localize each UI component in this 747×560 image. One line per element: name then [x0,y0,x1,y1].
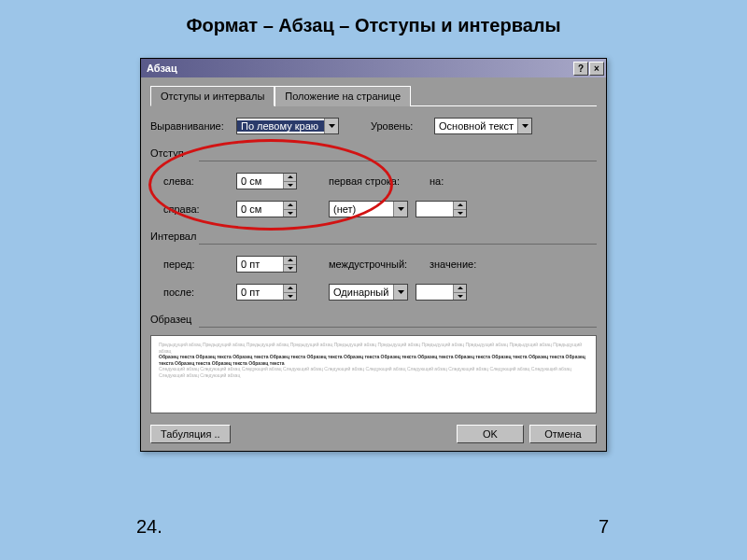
at-label: значение: [430,259,482,270]
preview-pane: Предыдущий абзац Предыдущий абзац Предыд… [150,335,597,413]
dialog-body: Отступы и интервалы Положение на страниц… [141,77,606,451]
at-value [416,285,453,300]
by-value [416,202,453,217]
after-label: после: [150,287,236,298]
preview-label: Образец [150,314,597,325]
chevron-up-icon[interactable] [283,285,296,293]
alignment-value: По левому краю [237,120,324,132]
linespacing-dropdown[interactable]: Одинарный [329,284,408,301]
close-button[interactable]: × [589,62,604,76]
by-label: на: [430,175,465,187]
chevron-down-icon [517,119,531,133]
chevron-down-icon[interactable] [283,210,296,217]
linespacing-value: Одинарный [330,287,393,298]
indent-left-value: 0 см [237,174,283,189]
linespacing-label: междустрочный: [329,259,422,270]
preview-next-text: Следующий абзац Следующий абзац Следующи… [159,366,588,378]
firstline-value: (нет) [330,203,393,215]
before-label: перед: [150,259,236,270]
tabulation-button[interactable]: Табуляция .. [150,425,231,443]
level-label: Уровень: [371,120,427,132]
level-dropdown[interactable]: Основной текст [434,118,532,134]
alignment-dropdown[interactable]: По левому краю [236,118,339,134]
chevron-up-icon[interactable] [453,202,466,210]
preview-sample-text: Образец текста Образец текста Образец те… [159,354,588,366]
titlebar-text: Абзац [147,63,572,74]
ok-button[interactable]: OK [457,425,524,443]
indent-group-label: Отступ [150,147,597,159]
chevron-down-icon[interactable] [283,265,296,273]
help-button[interactable]: ? [573,62,588,76]
chevron-down-icon[interactable] [283,182,296,189]
at-spinner[interactable] [416,284,467,301]
chevron-down-icon[interactable] [283,293,296,301]
by-spinner[interactable] [416,201,467,217]
separator [199,327,597,328]
spacing-group-label: Интервал [150,231,597,242]
separator [199,244,597,245]
footer: Табуляция .. OK Отмена [150,425,597,443]
chevron-down-icon [393,285,407,300]
indent-left-label: слева: [150,175,236,187]
before-spinner[interactable]: 0 пт [236,256,297,273]
firstline-dropdown[interactable]: (нет) [329,201,408,217]
page-heading: Формат – Абзац – Отступы и интервалы [0,0,747,46]
after-value: 0 пт [237,285,283,300]
after-spinner[interactable]: 0 пт [236,284,297,301]
level-value: Основной текст [435,120,517,132]
chevron-up-icon[interactable] [283,174,296,182]
tab-bar: Отступы и интервалы Положение на страниц… [150,85,597,106]
chevron-down-icon[interactable] [453,210,466,217]
tab-indents[interactable]: Отступы и интервалы [150,86,275,106]
chevron-down-icon [393,202,407,217]
chevron-up-icon[interactable] [453,285,466,293]
before-value: 0 пт [237,257,283,272]
footnote-right: 7 [599,516,609,538]
indent-left-spinner[interactable]: 0 см [236,173,297,189]
indent-right-label: справа: [150,203,236,215]
chevron-up-icon[interactable] [283,257,296,265]
paragraph-dialog: Абзац ? × Отступы и интервалы Положение … [140,58,607,452]
indent-right-value: 0 см [237,202,283,217]
tab-position[interactable]: Положение на странице [275,86,411,106]
footnote-left: 24. [136,516,162,538]
chevron-down-icon[interactable] [453,293,466,301]
alignment-label: Выравнивание: [150,120,236,132]
firstline-label: первая строка: [329,175,422,187]
indent-right-spinner[interactable]: 0 см [236,201,297,217]
chevron-up-icon[interactable] [283,202,296,210]
cancel-button[interactable]: Отмена [529,425,597,443]
titlebar: Абзац ? × [141,59,606,77]
chevron-down-icon [324,119,338,133]
preview-prev-text: Предыдущий абзац Предыдущий абзац Предыд… [159,342,588,354]
separator [199,161,597,161]
